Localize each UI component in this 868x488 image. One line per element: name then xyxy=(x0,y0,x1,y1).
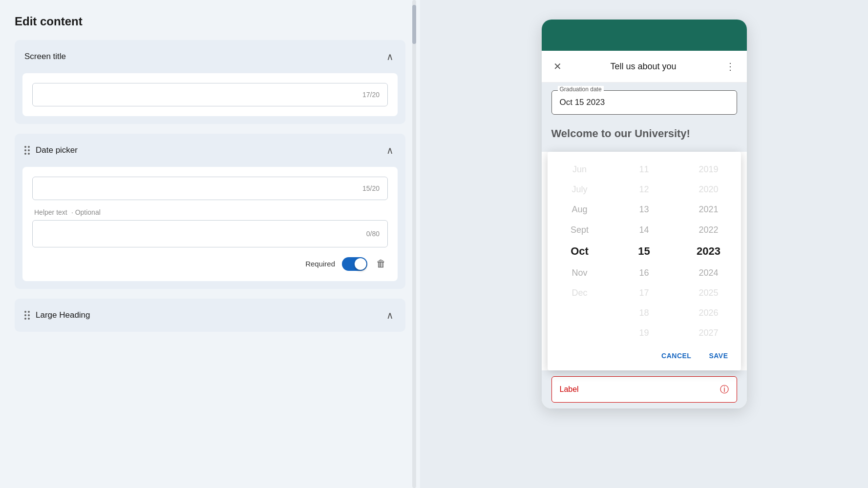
left-panel: Edit content Screen title ∧ Tell us abou… xyxy=(0,0,420,488)
picker-day-17[interactable]: 17 xyxy=(612,283,677,303)
large-heading-drag-handle[interactable] xyxy=(24,311,30,320)
phone-bg-text: Welcome to our University! xyxy=(542,122,747,152)
picker-month-nov[interactable]: Nov xyxy=(548,263,612,283)
large-heading-label: Large Heading xyxy=(36,310,90,320)
picker-day-13[interactable]: 13 xyxy=(612,200,677,220)
large-heading-section: Large Heading ∧ xyxy=(15,299,405,332)
picker-year-2019[interactable]: 2019 xyxy=(677,160,741,180)
picker-day-14[interactable]: 14 xyxy=(612,220,677,240)
delete-button[interactable]: 🗑 xyxy=(374,256,388,271)
screen-title-header: Screen title ∧ xyxy=(15,40,405,73)
picker-year-2027[interactable]: 2027 xyxy=(677,323,741,343)
picker-year-2023[interactable]: 2023 xyxy=(677,240,741,263)
toggle-track xyxy=(342,257,367,271)
date-picker-label: Date picker xyxy=(36,145,78,155)
picker-year-2021[interactable]: 2021 xyxy=(677,200,741,220)
large-heading-collapse-btn[interactable]: ∧ xyxy=(384,307,396,323)
picker-year-2024[interactable]: 2024 xyxy=(677,263,741,283)
phone-date-field-label: Graduation date xyxy=(558,86,604,93)
screen-title-input[interactable]: Tell us about you xyxy=(41,90,362,99)
phone-date-field-value: Oct 15 2023 xyxy=(560,98,605,107)
right-panel: ✕ Tell us about you ⋮ Graduation date Oc… xyxy=(420,0,868,488)
picker-day-11[interactable]: 11 xyxy=(612,160,677,180)
phone-dialog-title: Tell us about you xyxy=(610,61,676,72)
picker-month-july[interactable]: July xyxy=(548,180,612,200)
phone-mockup: ✕ Tell us about you ⋮ Graduation date Oc… xyxy=(542,20,747,408)
phone-bg-heading: Welcome to our University! xyxy=(551,127,737,140)
picker-year-2022[interactable]: 2022 xyxy=(677,220,741,240)
date-picker-collapse-btn[interactable]: ∧ xyxy=(384,142,396,158)
picker-year-2026[interactable]: 2026 xyxy=(677,303,741,323)
picker-month-aug[interactable]: Aug xyxy=(548,200,612,220)
picker-save-btn[interactable]: SAVE xyxy=(706,349,731,363)
picker-day-15[interactable]: 15 xyxy=(612,240,677,263)
helper-text-counter: 0/80 xyxy=(366,230,380,238)
picker-month-dec[interactable]: Dec xyxy=(548,283,612,303)
phone-dialog-header: ✕ Tell us about you ⋮ xyxy=(542,51,747,82)
date-picker-popup: Jun July Aug Sept Oct Nov Dec 11 12 13 1… xyxy=(548,152,741,370)
phone-more-button[interactable]: ⋮ xyxy=(723,59,737,74)
date-picker-header-left: Date picker xyxy=(24,145,78,155)
scrollbar-track[interactable] xyxy=(412,0,416,488)
picker-columns: Jun July Aug Sept Oct Nov Dec 11 12 13 1… xyxy=(548,152,741,343)
date-picker-header: Date picker ∧ xyxy=(15,134,405,167)
phone-top-bar xyxy=(542,20,747,51)
graduation-date-counter: 15/20 xyxy=(362,184,380,192)
large-heading-header-left: Large Heading xyxy=(24,310,90,320)
info-icon: ⓘ xyxy=(720,384,729,395)
screen-title-header-left: Screen title xyxy=(24,52,66,61)
screen-title-body: Tell us about you 17/20 xyxy=(22,73,398,116)
page-title: Edit content xyxy=(15,15,405,28)
picker-day-19[interactable]: 19 xyxy=(612,323,677,343)
label-field-text: Label xyxy=(560,385,579,394)
picker-actions: CANCEL SAVE xyxy=(548,343,741,370)
screen-title-collapse-btn[interactable]: ∧ xyxy=(384,49,396,64)
phone-close-button[interactable]: ✕ xyxy=(551,59,564,74)
picker-day-12[interactable]: 12 xyxy=(612,180,677,200)
picker-month-sept[interactable]: Sept xyxy=(548,220,612,240)
picker-year-2025[interactable]: 2025 xyxy=(677,283,741,303)
scrollbar-thumb[interactable] xyxy=(412,5,416,44)
date-picker-body: Graduation date 15/20 Helper text · Opti… xyxy=(22,167,398,281)
phone-date-field-area: Graduation date Oct 15 2023 xyxy=(542,82,747,122)
screen-title-label: Screen title xyxy=(24,52,66,61)
required-toggle[interactable] xyxy=(342,257,367,271)
picker-cancel-btn[interactable]: CANCEL xyxy=(658,349,694,363)
date-picker-section: Date picker ∧ Graduation date 15/20 Help… xyxy=(15,134,405,289)
graduation-date-input[interactable]: Graduation date xyxy=(41,184,362,193)
picker-day-16[interactable]: 16 xyxy=(612,263,677,283)
graduation-date-input-wrapper: Graduation date 15/20 xyxy=(32,177,388,200)
required-row: Required 🗑 xyxy=(32,256,388,271)
drag-handle[interactable] xyxy=(24,146,30,155)
toggle-thumb xyxy=(355,258,366,270)
picker-year-2020[interactable]: 2020 xyxy=(677,180,741,200)
picker-day-col[interactable]: 11 12 13 14 15 16 17 18 19 xyxy=(612,160,677,343)
picker-month-col[interactable]: Jun July Aug Sept Oct Nov Dec xyxy=(548,160,612,343)
helper-text-label: Helper text · Optional xyxy=(32,208,388,216)
picker-month-jun[interactable]: Jun xyxy=(548,160,612,180)
label-field-preview: Label ⓘ xyxy=(551,376,737,403)
screen-title-section: Screen title ∧ Tell us about you 17/20 xyxy=(15,40,405,124)
required-label: Required xyxy=(305,260,335,268)
helper-text-input-wrapper: 0/80 xyxy=(32,220,388,247)
picker-month-oct[interactable]: Oct xyxy=(548,240,612,263)
phone-bottom-preview: Label ⓘ xyxy=(542,370,747,408)
picker-year-col[interactable]: 2019 2020 2021 2022 2023 2024 2025 2026 … xyxy=(677,160,741,343)
phone-date-field-box[interactable]: Graduation date Oct 15 2023 xyxy=(551,90,737,115)
screen-title-counter: 17/20 xyxy=(362,91,380,99)
picker-day-18[interactable]: 18 xyxy=(612,303,677,323)
screen-title-input-wrapper: Tell us about you 17/20 xyxy=(32,83,388,106)
large-heading-header: Large Heading ∧ xyxy=(15,299,405,332)
